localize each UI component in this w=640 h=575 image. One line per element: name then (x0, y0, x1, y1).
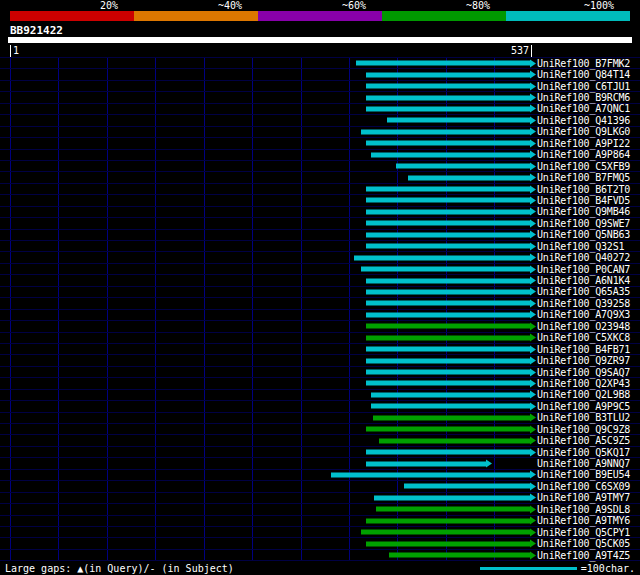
hit-bar[interactable] (366, 221, 530, 226)
scale-label-40: ~40% (134, 1, 258, 11)
hit-track (10, 252, 530, 262)
hit-bar[interactable] (366, 518, 530, 523)
hit-track (10, 378, 530, 388)
hit-label[interactable]: UniRef100_C5XKC8 (537, 332, 630, 343)
hit-bar[interactable] (373, 415, 530, 420)
hit-label[interactable]: UniRef100_A9TMY7 (537, 492, 630, 503)
hit-bar[interactable] (396, 164, 530, 169)
hit-bar[interactable] (354, 255, 530, 260)
hit-bar[interactable] (366, 324, 530, 329)
hit-label[interactable]: UniRef100_B6T2T0 (537, 184, 630, 195)
hit-bar[interactable] (366, 72, 530, 77)
hit-label[interactable]: UniRef100_A5C9Z5 (537, 435, 630, 446)
hit-bar[interactable] (366, 347, 530, 352)
hit-bar[interactable] (361, 267, 530, 272)
hit-bar[interactable] (366, 106, 530, 111)
hit-bar[interactable] (371, 404, 530, 409)
hit-track (10, 550, 530, 560)
hit-label[interactable]: UniRef100_A7QNC1 (537, 103, 630, 114)
hit-label[interactable]: UniRef100_B7FMK2 (537, 58, 630, 69)
hit-bar[interactable] (366, 187, 530, 192)
hit-label[interactable]: UniRef100_Q2L9B8 (537, 389, 630, 400)
hit-bar[interactable] (366, 209, 530, 214)
hit-label[interactable]: UniRef100_B7FMQ5 (537, 172, 630, 183)
hit-label[interactable]: UniRef100_A9TMY6 (537, 515, 630, 526)
hit-label[interactable]: UniRef100_A9PI22 (537, 138, 630, 149)
hit-label[interactable]: UniRef100_A9SDL8 (537, 504, 630, 515)
hit-label[interactable]: UniRef100_Q9ZR97 (537, 355, 630, 366)
hit-label[interactable]: UniRef100_Q5CK05 (537, 538, 630, 549)
hit-bar[interactable] (366, 461, 486, 466)
hit-label[interactable]: UniRef100_Q5NB63 (537, 229, 630, 240)
hit-label[interactable]: UniRef100_A9NNQ7 (537, 458, 630, 469)
hit-bar[interactable] (379, 438, 530, 443)
hit-bar[interactable] (387, 118, 530, 123)
hit-label[interactable]: UniRef100_B9RCM6 (537, 92, 630, 103)
hit-bar[interactable] (366, 358, 530, 363)
hit-track (10, 493, 530, 503)
hit-bar[interactable] (404, 484, 530, 489)
hit-bar[interactable] (366, 232, 530, 237)
hit-bar[interactable] (331, 472, 530, 477)
hit-label[interactable]: UniRef100_B3TLU2 (537, 412, 630, 423)
hit-label[interactable]: UniRef100_Q9MB46 (537, 206, 630, 217)
hit-label[interactable]: UniRef100_Q9SAQ7 (537, 367, 630, 378)
hit-bar[interactable] (366, 84, 530, 89)
hit-bar[interactable] (366, 450, 530, 455)
hit-bar[interactable] (371, 392, 530, 397)
hit-label[interactable]: UniRef100_Q41396 (537, 115, 630, 126)
hit-bar[interactable] (366, 427, 530, 432)
hit-bar[interactable] (366, 278, 530, 283)
hit-label[interactable]: UniRef100_Q65A35 (537, 286, 630, 297)
hit-bar[interactable] (356, 61, 530, 66)
hit-label[interactable]: UniRef100_Q9C9Z8 (537, 424, 630, 435)
hit-label[interactable]: UniRef100_Q9LKG0 (537, 126, 630, 137)
hit-label[interactable]: UniRef100_C6TJU1 (537, 81, 630, 92)
hit-label[interactable]: UniRef100_B4FB71 (537, 344, 630, 355)
hit-label[interactable]: UniRef100_Q39258 (537, 298, 630, 309)
hit-label[interactable]: UniRef100_B9EU54 (537, 469, 630, 480)
hit-bar[interactable] (366, 289, 530, 294)
hit-bar[interactable] (366, 141, 530, 146)
hit-bar[interactable] (366, 301, 530, 306)
hit-label[interactable]: UniRef100_A9P9C5 (537, 401, 630, 412)
hit-label[interactable]: UniRef100_Q40272 (537, 252, 630, 263)
arrow-right-icon (530, 59, 536, 67)
hit-bar[interactable] (361, 530, 530, 535)
hit-label[interactable]: UniRef100_B4FVD5 (537, 195, 630, 206)
hit-label[interactable]: UniRef100_Q5KQ17 (537, 447, 630, 458)
hit-bar[interactable] (366, 312, 530, 317)
hit-bar[interactable] (389, 553, 530, 558)
hit-bar[interactable] (366, 95, 530, 100)
hit-bar[interactable] (366, 381, 530, 386)
hit-label[interactable]: UniRef100_A7Q9X3 (537, 309, 630, 320)
hit-label[interactable]: UniRef100_Q32S1 (537, 241, 624, 252)
hit-bar[interactable] (366, 244, 530, 249)
hit-label[interactable]: UniRef100_C6SX09 (537, 481, 630, 492)
hit-label[interactable]: UniRef100_A6N1K4 (537, 275, 630, 286)
arrow-right-icon (530, 71, 536, 79)
hit-label[interactable]: UniRef100_P0CAN7 (537, 264, 630, 275)
arrow-right-icon (530, 299, 536, 307)
arrow-right-icon (530, 505, 536, 513)
hit-track (10, 344, 530, 354)
hit-label[interactable]: UniRef100_A9T4Z5 (537, 550, 630, 561)
hit-label[interactable]: UniRef100_Q9SWE7 (537, 218, 630, 229)
hit-bar[interactable] (366, 541, 530, 546)
hit-bar[interactable] (376, 507, 530, 512)
hit-label[interactable]: UniRef100_Q5CPY1 (537, 527, 630, 538)
hit-label[interactable]: UniRef100_O23948 (537, 321, 630, 332)
hit-bar[interactable] (366, 198, 530, 203)
hit-label[interactable]: UniRef100_Q2XP43 (537, 378, 630, 389)
hit-label[interactable]: UniRef100_A9P864 (537, 149, 630, 160)
hit-label[interactable]: UniRef100_Q84T14 (537, 69, 630, 80)
hit-bar[interactable] (371, 152, 530, 157)
hit-bar[interactable] (361, 129, 530, 134)
blast-hit-distribution: 20% ~40% ~60% ~80% ~100% BB921422 1 537 … (0, 0, 640, 575)
hit-label[interactable]: UniRef100_C5XFB9 (537, 161, 630, 172)
hit-bar[interactable] (408, 175, 530, 180)
hit-bar[interactable] (374, 495, 530, 500)
hit-bar[interactable] (366, 370, 530, 375)
hit-bar[interactable] (366, 335, 530, 340)
hit-row: UniRef100_A9T4Z5 (0, 550, 640, 561)
